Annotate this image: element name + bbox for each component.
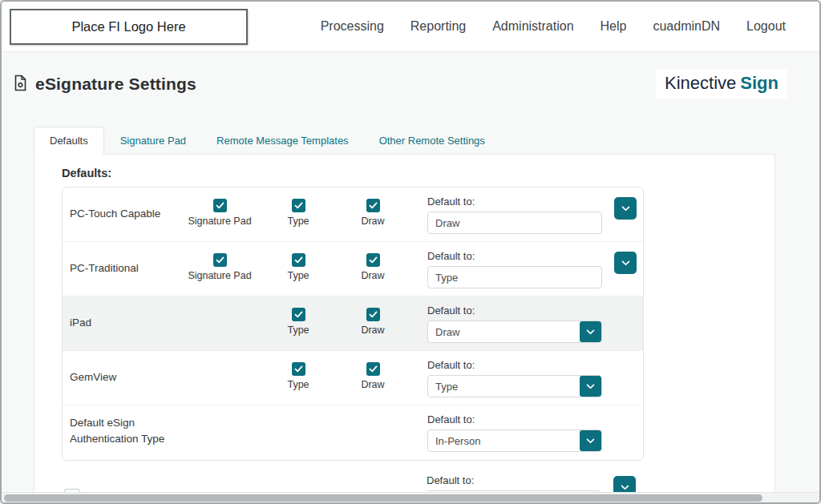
- fi-logo-placeholder: Place FI Logo Here: [10, 9, 248, 45]
- settings-tabs: Defaults Signature Pad Remote Message Te…: [34, 127, 819, 155]
- chevron-down-icon[interactable]: [580, 321, 601, 342]
- default-to-group: Default to: Draw: [427, 296, 602, 350]
- checkbox-checked-icon[interactable]: [366, 199, 380, 212]
- defaults-card: PC-Touch Capable Signature Pad Type: [62, 187, 644, 461]
- row-ipad: iPad Type Draw Default to:: [63, 296, 643, 351]
- checkbox-draw[interactable]: Draw: [338, 296, 407, 350]
- checkbox-checked-icon[interactable]: [366, 253, 380, 267]
- default-to-group: Default to:: [427, 242, 602, 296]
- checkbox-label: Type: [287, 270, 309, 281]
- row-gemview: GemView Type Draw Default to:: [63, 351, 643, 405]
- checkbox-label: Draw: [361, 216, 384, 227]
- checkbox-signature-pad[interactable]: Signature Pad: [181, 242, 258, 296]
- default-to-group: Default to: Type: [427, 351, 602, 405]
- main-nav: Processing Reporting Administration Help…: [321, 19, 786, 34]
- checkbox-checked-icon[interactable]: [292, 362, 305, 376]
- nav-item-help[interactable]: Help: [601, 19, 627, 34]
- default-to-group: Default to: In-Person: [427, 405, 602, 460]
- default-to-group: Default to:: [427, 187, 602, 241]
- row-pc-touch-capable: PC-Touch Capable Signature Pad Type: [63, 187, 643, 242]
- checkbox-draw[interactable]: Draw: [338, 242, 407, 296]
- page-title: eSignature Settings: [35, 75, 196, 94]
- default-to-select[interactable]: Draw: [427, 321, 602, 343]
- checkbox-label: Draw: [361, 325, 384, 336]
- defaults-heading: Defaults:: [62, 167, 774, 179]
- nav-item-processing[interactable]: Processing: [321, 19, 384, 34]
- chevron-down-icon[interactable]: [580, 430, 601, 451]
- nav-item-administration[interactable]: Administration: [492, 19, 573, 34]
- document-gear-icon: [13, 75, 28, 95]
- default-to-select[interactable]: In-Person: [427, 429, 602, 452]
- app-window: Place FI Logo Here Processing Reporting …: [0, 0, 821, 504]
- top-bar: Place FI Logo Here Processing Reporting …: [2, 2, 819, 52]
- brand-suffix: Sign: [740, 73, 779, 93]
- checkbox-type[interactable]: Type: [258, 351, 338, 405]
- checkbox-checked-icon[interactable]: [213, 253, 227, 267]
- select-value: In-Person: [428, 430, 580, 451]
- checkbox-label: Type: [287, 216, 309, 227]
- tab-other-remote-settings[interactable]: Other Remote Settings: [365, 127, 499, 155]
- checkbox-label: Draw: [361, 379, 384, 390]
- checkbox-draw[interactable]: Draw: [338, 351, 407, 405]
- checkbox-type[interactable]: Type: [258, 296, 338, 350]
- default-to-label: Default to:: [427, 250, 602, 262]
- default-to-label: Default to:: [427, 359, 602, 371]
- page-header: eSignature Settings KinectiveSign: [13, 69, 787, 99]
- select-value: Type: [428, 376, 580, 397]
- checkbox-signature-pad[interactable]: Signature Pad: [181, 187, 258, 241]
- default-to-label: Default to:: [427, 413, 602, 425]
- checkbox-checked-icon[interactable]: [292, 253, 305, 267]
- row-label: GemView: [63, 351, 181, 405]
- chevron-down-icon: [621, 485, 629, 490]
- dropdown-button[interactable]: [614, 197, 637, 220]
- default-to-label: Default to:: [427, 304, 602, 317]
- select-value: Draw: [428, 321, 580, 342]
- chevron-down-icon: [621, 206, 630, 212]
- row-label: iPad: [63, 296, 181, 350]
- default-to-input[interactable]: [427, 266, 602, 288]
- horizontal-scrollbar[interactable]: [2, 492, 819, 502]
- row-default-esign-authentication-type: Default eSign Authentication Type Defaul…: [63, 405, 643, 460]
- dropdown-button[interactable]: [614, 252, 637, 274]
- horizontal-scrollbar-thumb[interactable]: [4, 494, 762, 502]
- checkbox-label: Draw: [361, 270, 384, 281]
- checkbox-label: Signature Pad: [188, 216, 251, 227]
- checkbox-checked-icon[interactable]: [366, 308, 380, 321]
- checkbox-checked-icon[interactable]: [366, 362, 380, 376]
- nav-item-logout[interactable]: Logout: [746, 19, 786, 34]
- default-to-input[interactable]: [427, 212, 602, 234]
- row-label: Default eSign Authentication Type: [63, 405, 181, 460]
- checkbox-type[interactable]: Type: [258, 187, 338, 241]
- nav-item-reporting[interactable]: Reporting: [410, 19, 466, 34]
- row-label: PC-Traditional: [63, 242, 181, 296]
- tab-defaults[interactable]: Defaults: [34, 127, 104, 155]
- chevron-down-icon[interactable]: [580, 376, 601, 397]
- checkbox-draw[interactable]: Draw: [338, 187, 407, 241]
- default-to-label: Default to:: [427, 196, 602, 208]
- defaults-panel: Defaults: PC-Touch Capable Signature Pad…: [34, 154, 775, 504]
- checkbox-label: Type: [287, 325, 309, 336]
- title-wrap: eSignature Settings: [13, 75, 196, 95]
- checkbox-type[interactable]: Type: [258, 242, 338, 296]
- checkbox-checked-icon[interactable]: [292, 199, 305, 212]
- tab-remote-message-templates[interactable]: Remote Message Templates: [202, 127, 363, 155]
- kinective-sign-logo: KinectiveSign: [656, 69, 787, 99]
- row-pc-traditional: PC-Traditional Signature Pad Type: [63, 242, 643, 296]
- default-to-label: Default to:: [427, 474, 601, 486]
- default-to-select[interactable]: Type: [427, 375, 602, 397]
- checkbox-label: Type: [287, 379, 309, 390]
- checkbox-checked-icon[interactable]: [292, 308, 305, 321]
- nav-item-user-menu[interactable]: cuadminDN: [653, 19, 720, 34]
- row-label: PC-Touch Capable: [63, 187, 181, 241]
- checkbox-checked-icon[interactable]: [213, 199, 227, 212]
- chevron-down-icon: [621, 260, 630, 266]
- brand-name: Kinective: [665, 73, 736, 93]
- tab-signature-pad[interactable]: Signature Pad: [106, 127, 200, 155]
- checkbox-label: Signature Pad: [188, 270, 251, 281]
